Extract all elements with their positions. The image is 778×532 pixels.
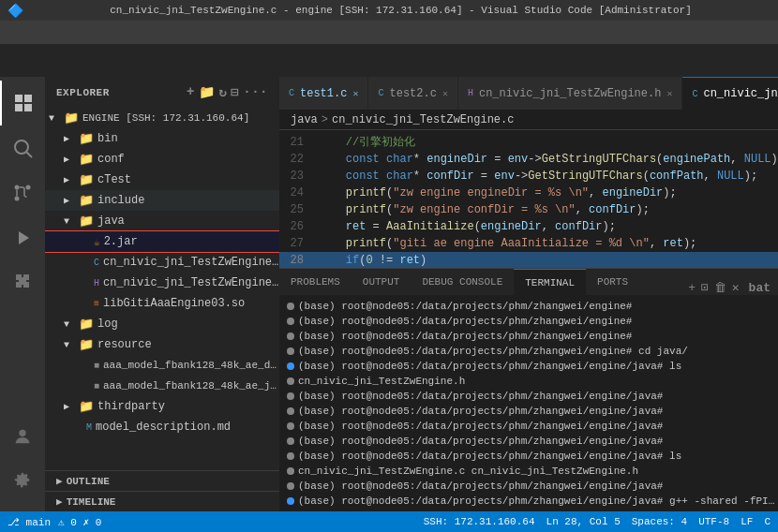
status-spaces[interactable]: Spaces: 4 — [632, 516, 687, 527]
term-line-3: (base) root@node05:/data/projects/phm/zh… — [287, 329, 778, 344]
term-dot-1 — [287, 303, 294, 310]
svg-line-1 — [27, 153, 33, 158]
md-icon: M — [86, 422, 92, 433]
tree-2jar[interactable]: ▶ ☕ 2.jar — [45, 231, 279, 252]
status-branch[interactable]: ⎇ main — [7, 516, 51, 528]
extensions-icon[interactable] — [0, 260, 45, 305]
accounts-icon[interactable] — [0, 414, 45, 459]
term-text-9: (base) root@node05:/data/projects/phm/zh… — [298, 419, 778, 434]
expand-arrow-bin: ▶ — [64, 133, 79, 144]
source-control-icon[interactable] — [0, 170, 45, 215]
code-editor[interactable]: 21 //引擎初始化 22 const char* engineDir = en… — [279, 130, 778, 268]
tab-problems[interactable]: PROBLEMS — [279, 269, 352, 295]
term-dot-9 — [287, 422, 294, 430]
tab-debug-console[interactable]: DEBUG CONSOLE — [411, 269, 514, 295]
bin2-icon: ■ — [94, 381, 99, 392]
term-dot-13 — [287, 482, 294, 490]
status-ssh[interactable]: SSH: 172.31.160.64 — [424, 516, 535, 527]
arrow-main-h: ▶ — [79, 277, 94, 288]
sidebar-header-icons: + 📁 ↻ ⊟ ··· — [187, 84, 268, 100]
tree-bin1-label: aaa_model_fbank128_48k_ae_dianji.bin — [103, 360, 279, 371]
tree-conf-label: conf — [97, 153, 279, 166]
tree-conf[interactable]: ▶ 📁 conf — [45, 149, 279, 170]
status-encoding[interactable]: UTF-8 — [698, 516, 729, 527]
term-text-1: (base) root@node05:/data/projects/phm/zh… — [298, 299, 778, 314]
tab-main-label: cn_nivic_jni_TestZwEngine.c — [703, 87, 778, 100]
tab-main[interactable]: C cn_nivic_jni_TestZwEngine.c ✕ — [682, 77, 778, 110]
term-line-9: (base) root@node05:/data/projects/phm/zh… — [287, 419, 778, 434]
new-file-icon[interactable]: + — [187, 84, 195, 100]
tab-header-icon: H — [468, 88, 473, 98]
status-eol[interactable]: LF — [741, 516, 753, 527]
terminal-new-icon[interactable]: + — [688, 281, 696, 295]
tab-terminal[interactable]: TERMINAL — [514, 269, 586, 295]
term-dot-14 — [287, 497, 294, 505]
expand-arrow-include: ▶ — [64, 195, 79, 206]
tab-test2[interactable]: C test2.c ✕ — [368, 77, 457, 110]
tree-main-c-label: cn_nivic_jni_TestZwEngine.c — [103, 256, 279, 269]
jar-icon: ☕ — [94, 236, 100, 248]
more-options-icon[interactable]: ··· — [243, 84, 268, 100]
explorer-icon[interactable] — [0, 81, 45, 126]
svg-point-5 — [19, 430, 25, 436]
terminal-tab-icons: + ⊡ 🗑 ✕ bat — [681, 280, 778, 295]
term-dot-8 — [287, 407, 294, 415]
tab-test1-icon: C — [289, 88, 294, 98]
breadcrumb-part1[interactable]: java — [291, 113, 318, 126]
tab-output[interactable]: OUTPUT — [352, 269, 411, 295]
tree-include-label: include — [97, 194, 279, 207]
refresh-icon[interactable]: ↻ — [218, 84, 227, 100]
outline-section[interactable]: ▶ OUTLINE — [45, 470, 279, 491]
ctest-folder-icon: 📁 — [79, 172, 94, 187]
settings-icon[interactable] — [0, 459, 45, 504]
breadcrumb-part2[interactable]: cn_nivic_jni_TestZwEngine.c — [332, 113, 514, 126]
terminal-split-icon[interactable]: ⊡ — [701, 280, 709, 295]
status-language[interactable]: C — [764, 516, 771, 527]
term-dot-4 — [287, 347, 294, 355]
tab-test1[interactable]: C test1.c ✕ — [279, 77, 368, 110]
code-line-26: 26 ret = AaaInitialize(engineDir, confDi… — [279, 218, 778, 235]
new-folder-icon[interactable]: 📁 — [199, 84, 216, 100]
tab-main-icon: C — [692, 89, 697, 99]
terminal-close-icon[interactable]: ✕ — [732, 280, 740, 295]
breadcrumb-sep: > — [322, 113, 328, 126]
search-activity-icon[interactable] — [0, 126, 45, 170]
tree-java[interactable]: ▼ 📁 java — [45, 211, 279, 231]
folder-icon: 📁 — [64, 111, 79, 126]
tree-engine-root[interactable]: ▼ 📁 ENGINE [SSH: 172.31.160.64] — [45, 108, 279, 128]
tree-bin1[interactable]: ▶ ■ aaa_model_fbank128_48k_ae_dianji.bin — [45, 355, 279, 376]
term-text-12: cn_nivic_jni_TestZwEngine.c cn_nivic_jni… — [298, 464, 778, 479]
timeline-section[interactable]: ▶ TIMELINE — [45, 491, 279, 511]
tree-md[interactable]: ▶ M model_description.md — [45, 417, 279, 437]
term-line-2: (base) root@node05:/data/projects/phm/zh… — [287, 314, 778, 329]
tree-resource[interactable]: ▼ 📁 resource — [45, 334, 279, 355]
term-dot-5 — [287, 362, 294, 370]
tab-test1-close[interactable]: ✕ — [352, 88, 358, 99]
tree-main-h[interactable]: ▶ H cn_nivic_jni_TestZwEngine.h — [45, 273, 279, 293]
status-errors[interactable]: ⚠ 0 ✗ 0 — [58, 516, 101, 528]
tree-so[interactable]: ▶ ≡ libGitiAaaEngine03.so — [45, 293, 279, 314]
resource-folder-icon: 📁 — [79, 337, 94, 352]
arrow-md: ▶ — [71, 421, 86, 433]
tree-md-label: model_description.md — [96, 421, 279, 434]
tab-test2-icon: C — [378, 88, 383, 98]
tree-bin2[interactable]: ▶ ■ aaa_model_fbank128_48k_ae_jiansui... — [45, 376, 279, 396]
tab-ports[interactable]: PORTS — [586, 269, 639, 295]
status-position[interactable]: Ln 28, Col 5 — [546, 516, 621, 527]
collapse-icon[interactable]: ⊟ — [231, 84, 239, 100]
tab-header[interactable]: H cn_nivic_jni_TestZwEngine.h ✕ — [458, 77, 682, 110]
tab-test2-close[interactable]: ✕ — [442, 88, 448, 99]
tree-ctest[interactable]: ▶ 📁 cTest — [45, 170, 279, 190]
tab-header-close[interactable]: ✕ — [666, 88, 672, 99]
tree-log[interactable]: ▼ 📁 log — [45, 314, 279, 334]
tree-bin[interactable]: ▶ 📁 bin — [45, 128, 279, 149]
tree-thirdparty[interactable]: ▶ 📁 thirdparty — [45, 396, 279, 417]
term-line-10: (base) root@node05:/data/projects/phm/zh… — [287, 434, 778, 449]
terminal-content[interactable]: (base) root@node05:/data/projects/phm/zh… — [279, 295, 778, 511]
tree-include[interactable]: ▶ 📁 include — [45, 190, 279, 211]
run-debug-icon[interactable] — [0, 215, 45, 260]
terminal-trash-icon[interactable]: 🗑 — [714, 281, 726, 295]
terminal-more-icon[interactable]: bat — [749, 281, 771, 295]
tree-main-c[interactable]: ▶ C cn_nivic_jni_TestZwEngine.c — [45, 252, 279, 273]
term-text-7: (base) root@node05:/data/projects/phm/zh… — [298, 389, 778, 404]
